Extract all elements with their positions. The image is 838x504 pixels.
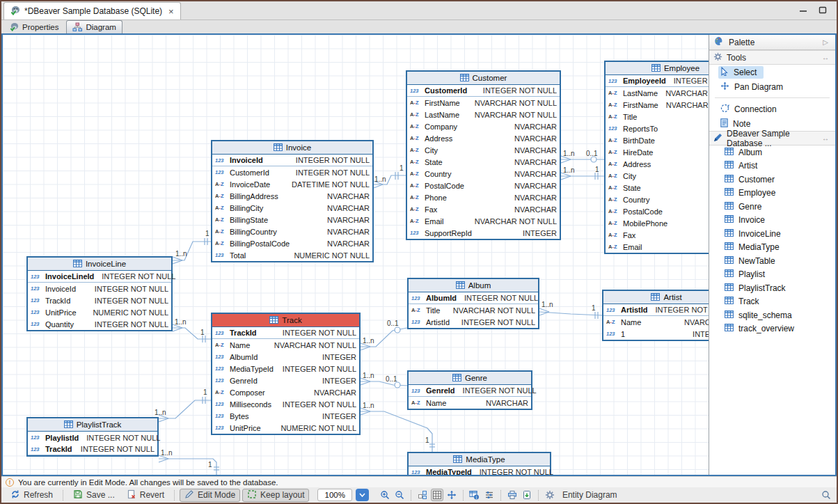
entity-column-row[interactable]: 123 MediaTypeId INTEGER NOT NULL (212, 363, 359, 375)
palette-collapse-icon[interactable]: ▷ (823, 38, 830, 46)
entity-column-row[interactable]: A-Z Country NVARCHAR (407, 168, 560, 180)
entity-column-row[interactable]: A-Z City NVARCHAR (407, 144, 560, 156)
entity-column-row[interactable]: A-Z BillingCountry NVARCHAR (212, 226, 372, 237)
entity-header[interactable]: PlaylistTrack (28, 418, 157, 432)
minimize-icon[interactable] (799, 6, 807, 15)
entity-column-row[interactable]: A-Z Composer NVARCHAR (212, 386, 359, 398)
entity-column-row[interactable]: A-Z State NVARCHAR (407, 156, 560, 168)
entity-column-row[interactable]: 123 Quantity INTEGER NOT NULL (28, 318, 171, 330)
entity-column-row[interactable]: 123 SupportRepId INTEGER (407, 227, 560, 239)
entity-column-row[interactable]: A-Z Name NVARCHAR NOT NULL (212, 339, 359, 351)
entity-column-row[interactable]: 123 UnitPrice NUMERIC NOT NULL (28, 306, 171, 318)
palette-table-sqlite_schema[interactable]: sqlite_schema (709, 308, 835, 322)
relationship-line[interactable] (361, 347, 370, 350)
entity-Genre[interactable]: Genre 123 GenreId INTEGER NOT NULL A-Z N… (407, 370, 532, 410)
palette-table-MediaType[interactable]: MediaType (709, 241, 835, 255)
entity-InvoiceLine[interactable]: InvoiceLine 123 InvoiceLineId INTEGER NO… (26, 256, 173, 331)
palette-table-NewTable[interactable]: NewTable (709, 254, 835, 268)
relationship-line[interactable] (361, 381, 370, 385)
toggle-grid-button[interactable] (431, 489, 443, 501)
maximize-icon[interactable] (819, 6, 827, 15)
close-icon[interactable]: × (168, 6, 174, 17)
entity-column-row[interactable]: 123 GenreId INTEGER (212, 375, 359, 386)
entity-column-row[interactable]: A-Z Company NVARCHAR (407, 120, 560, 132)
entity-column-row[interactable]: 123 InvoiceId INTEGER NOT NULL (28, 283, 171, 294)
entity-column-row[interactable]: A-Z InvoiceDate DATETIME NOT NULL (212, 178, 372, 190)
palette-table-Customer[interactable]: Customer (709, 173, 835, 187)
entity-header[interactable]: Album (409, 279, 538, 292)
entity-column-row[interactable]: 123 TrackId INTEGER NOT NULL (28, 443, 157, 455)
zoom-level-field[interactable]: 100% (317, 489, 351, 501)
entity-PlaylistTrack[interactable]: PlaylistTrack 123 PlaylistId INTEGER NOT… (26, 417, 159, 457)
configuration-gear-icon[interactable] (544, 489, 556, 501)
entity-column-row[interactable]: 123 TrackId INTEGER NOT NULL (28, 294, 171, 306)
entity-column-row[interactable]: 123 PlaylistId INTEGER NOT NULL (28, 432, 157, 443)
tab-properties[interactable]: Properties (4, 21, 64, 33)
entity-column-row[interactable]: A-Z Fax NVARCHAR (407, 203, 560, 215)
palette-table-InvoiceLine[interactable]: InvoiceLine (709, 227, 835, 241)
editor-tab[interactable]: *DBeaver Sample Database (SQLite) × (3, 2, 181, 19)
entity-MediaType[interactable]: MediaType 123 MediaTypeId INTEGER NOT NU… (407, 452, 551, 475)
edit-mode-button[interactable]: Edit Mode (180, 489, 240, 502)
zoom-out-button[interactable] (393, 489, 406, 501)
palette-tool-connection[interactable]: Connection (709, 102, 835, 116)
entity-header[interactable]: Genre (409, 372, 531, 385)
keep-layout-button[interactable]: Keep layout (242, 489, 309, 502)
relationship-line[interactable] (159, 418, 168, 422)
entity-column-row[interactable]: A-Z LastName NVARCHAR NOT NULL (407, 109, 560, 120)
entity-column-row[interactable]: A-Z PostalCode NVARCHAR (407, 180, 560, 191)
entity-Track[interactable]: Track 123 TrackId INTEGER NOT NULL A-Z N… (211, 313, 361, 435)
refresh-button[interactable]: Refresh (6, 489, 58, 502)
entity-column-row[interactable]: 123 InvoiceLineId INTEGER NOT NULL (28, 271, 171, 283)
palette-pin-icon[interactable]: ↔ (822, 134, 831, 142)
entity-column-row[interactable]: 123 GenreId INTEGER NOT NULL (409, 385, 531, 397)
entity-header[interactable]: Track (212, 314, 359, 327)
entity-column-row[interactable]: 123 CustomerId INTEGER NOT NULL (407, 85, 560, 97)
entity-column-row[interactable]: A-Z BillingPostalCode NVARCHAR (212, 237, 372, 249)
relationship-line[interactable] (159, 459, 168, 462)
relationship-line[interactable] (539, 308, 549, 312)
fit-diagram-icon[interactable] (445, 489, 458, 501)
relationship-line[interactable] (374, 184, 383, 188)
entity-Invoice[interactable]: Invoice 123 InvoiceId INTEGER NOT NULL 1… (211, 140, 374, 262)
entity-Customer[interactable]: Customer 123 CustomerId INTEGER NOT NULL… (406, 70, 561, 240)
zoom-dropdown-button[interactable] (356, 489, 369, 501)
entity-column-row[interactable]: 123 Milliseconds INTEGER NOT NULL (212, 398, 359, 410)
entity-Album[interactable]: Album 123 AlbumId INTEGER NOT NULL A-Z T… (407, 278, 539, 329)
entity-column-row[interactable]: A-Z FirstName NVARCHAR NOT NULL (407, 97, 560, 109)
entity-header[interactable]: MediaType (409, 453, 550, 466)
palette-tool-pan-diagram[interactable]: Pan Diagram (709, 79, 835, 94)
palette-section-tools[interactable]: Tools ↔ (709, 50, 835, 65)
entity-column-row[interactable]: A-Z Name NVARCHAR (409, 397, 531, 409)
palette-table-Artist[interactable]: Artist (709, 159, 835, 173)
palette-section-database[interactable]: DBeaver Sample Database ... ↔ (709, 131, 835, 145)
entity-column-row[interactable]: A-Z Address NVARCHAR (407, 132, 560, 144)
entity-column-row[interactable]: 123 UnitPrice NUMERIC NOT NULL (212, 422, 359, 434)
arrange-windows-icon[interactable] (416, 489, 429, 501)
print-icon[interactable] (506, 489, 519, 501)
export-diagram-icon[interactable] (521, 489, 533, 501)
entity-column-row[interactable]: A-Z Title NVARCHAR NOT NULL (409, 304, 538, 316)
entity-column-row[interactable]: 123 MediaTypeId INTEGER NOT NULL (409, 466, 550, 475)
revert-button[interactable]: Revert (122, 489, 169, 502)
entity-header[interactable]: Invoice (212, 141, 372, 155)
palette-table-Employee[interactable]: Employee (709, 187, 835, 200)
entity-column-row[interactable]: A-Z Phone NVARCHAR (407, 191, 560, 203)
palette-table-track_overview[interactable]: track_overview (709, 322, 835, 336)
palette-tool-select[interactable]: Select (709, 65, 835, 79)
entity-header[interactable]: Customer (407, 72, 560, 85)
entity-column-row[interactable]: 123 Total NUMERIC NOT NULL (212, 249, 372, 261)
entity-column-row[interactable]: 123 CustomerId INTEGER NOT NULL (212, 166, 372, 178)
relationship-line[interactable] (561, 176, 571, 180)
entity-column-row[interactable]: A-Z BillingState NVARCHAR (212, 214, 372, 226)
relationship-line[interactable] (173, 328, 182, 331)
palette-table-Invoice[interactable]: Invoice (709, 214, 835, 228)
entity-header[interactable]: InvoiceLine (28, 258, 171, 271)
entity-column-row[interactable]: 123 AlbumId INTEGER (212, 351, 359, 363)
palette-table-Playlist[interactable]: Playlist (709, 268, 835, 282)
palette-table-PlaylistTrack[interactable]: PlaylistTrack (709, 281, 835, 295)
search-icon[interactable] (820, 489, 832, 501)
palette-pin-icon[interactable]: ↔ (822, 54, 831, 61)
entity-column-row[interactable]: 123 InvoiceId INTEGER NOT NULL (212, 155, 372, 166)
relationship-line[interactable] (361, 411, 370, 415)
